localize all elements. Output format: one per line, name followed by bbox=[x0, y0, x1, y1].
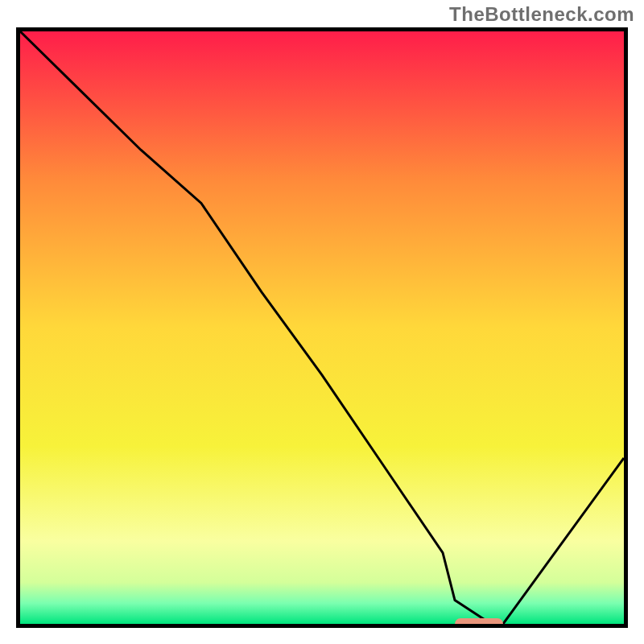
gradient-background bbox=[20, 31, 624, 624]
plot-inner bbox=[20, 31, 624, 624]
watermark-text: TheBottleneck.com bbox=[449, 3, 634, 26]
plot-frame bbox=[16, 27, 628, 628]
optimal-range-marker bbox=[455, 618, 503, 628]
svg-rect-0 bbox=[20, 31, 624, 624]
chart-container: TheBottleneck.com bbox=[0, 0, 644, 644]
